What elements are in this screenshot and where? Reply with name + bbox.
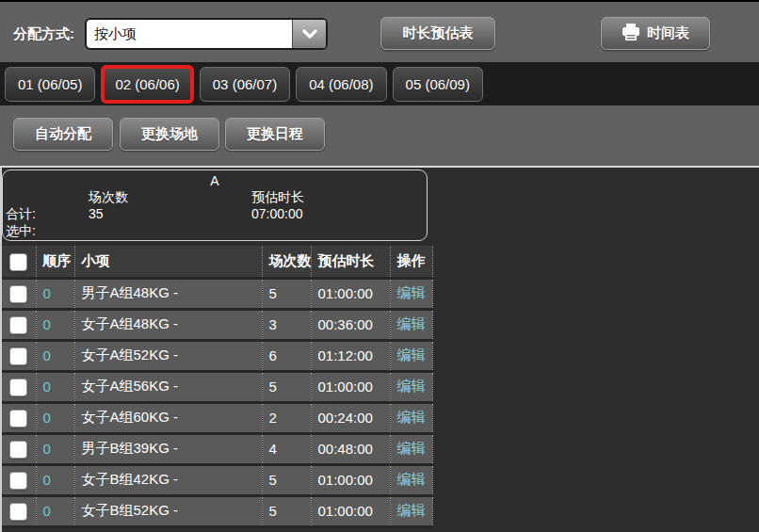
table-row: 0 女子A组52KG - 6 01:12:00 编辑: [2, 340, 432, 371]
row-checkbox[interactable]: [10, 473, 26, 489]
summary-matches-header: 场次数: [89, 188, 251, 205]
cell-item: 女子A组52KG -: [74, 340, 262, 371]
cell-duration: 01:00:00: [311, 495, 390, 526]
cell-order: 0: [36, 278, 74, 309]
app-window: 分配方式: 按小项 时长预估表 时间表 01 (06/05) 02 (0: [0, 0, 759, 532]
timetable-button-label: 时间表: [647, 24, 689, 42]
cell-duration: 01:12:00: [311, 340, 390, 371]
chevron-down-icon[interactable]: [292, 20, 326, 48]
cell-duration: 01:00:00: [311, 278, 390, 309]
summary-total-duration: 07:00:00: [251, 205, 427, 222]
cell-item: 女子B组42KG -: [74, 464, 262, 495]
table-row: 0 女子B组52KG - 5 01:00:00 编辑: [2, 495, 432, 526]
edit-link[interactable]: 编辑: [397, 502, 426, 518]
cell-order: 0: [36, 495, 74, 526]
table-header-row: 顺序 小项 场次数 预估时长 操作: [2, 246, 432, 278]
printer-icon: [622, 24, 640, 44]
content-area: A 场次数 预估时长 合计: 35 07:00:00 选中:: [0, 168, 759, 532]
table-row: 0 女子A组60KG - 2 00:24:00 编辑: [2, 402, 432, 433]
cell-item: 女子A组60KG -: [74, 402, 262, 433]
cell-duration: 00:48:00: [311, 433, 390, 464]
edit-link[interactable]: 编辑: [397, 378, 426, 394]
summary-total-label: 合计:: [6, 205, 89, 222]
events-table: 顺序 小项 场次数 预估时长 操作 0 男子A组48KG - 5 01:00:0…: [2, 246, 433, 528]
table-row: 0 女子B组42KG - 5 01:00:00 编辑: [2, 464, 432, 495]
row-checkbox[interactable]: [10, 286, 26, 302]
cell-duration: 01:00:00: [311, 464, 390, 495]
cell-item: 女子A组56KG -: [74, 371, 262, 402]
row-checkbox[interactable]: [10, 379, 26, 395]
header-matches: 场次数: [262, 246, 311, 278]
tab-01[interactable]: 01 (06/05): [5, 67, 95, 102]
edit-link[interactable]: 编辑: [397, 315, 426, 331]
cell-order: 0: [36, 309, 74, 340]
cell-item: 女子B组52KG -: [74, 495, 262, 526]
allocation-mode-select[interactable]: 按小项: [85, 18, 328, 50]
summary-duration-header: 预估时长: [251, 188, 427, 205]
duration-estimate-button[interactable]: 时长预估表: [380, 17, 495, 50]
cell-item: 女子A组48KG -: [74, 309, 262, 340]
row-checkbox[interactable]: [10, 317, 26, 333]
cell-matches: 6: [262, 340, 311, 371]
table-row: 0 男子B组39KG - 4 00:48:00 编辑: [2, 433, 432, 464]
tab-02[interactable]: 02 (06/06): [101, 65, 193, 104]
venue-name: A: [3, 170, 427, 188]
row-checkbox[interactable]: [10, 504, 26, 520]
timetable-print-button[interactable]: 时间表: [601, 17, 710, 50]
cell-order: 0: [36, 433, 74, 464]
select-all-checkbox[interactable]: [10, 254, 26, 270]
cell-duration: 00:24:00: [311, 402, 390, 433]
header-order: 顺序: [36, 246, 74, 278]
cell-matches: 2: [262, 402, 311, 433]
allocation-mode-label: 分配方式:: [13, 25, 74, 43]
cell-matches: 3: [262, 309, 311, 340]
edit-link[interactable]: 编辑: [397, 440, 426, 456]
tab-03[interactable]: 03 (06/07): [200, 67, 290, 102]
cell-item: 男子B组39KG -: [74, 433, 262, 464]
cell-matches: 5: [262, 495, 311, 526]
allocation-mode-value: 按小项: [87, 25, 292, 43]
table-row: 0 女子A组48KG - 3 00:36:00 编辑: [2, 309, 432, 340]
tab-04[interactable]: 04 (06/08): [296, 67, 386, 102]
cell-duration: 00:36:00: [311, 309, 390, 340]
summary-selected-label: 选中:: [6, 222, 89, 239]
cell-order: 0: [36, 371, 74, 402]
row-checkbox[interactable]: [10, 411, 26, 427]
table-row: 0 男子A组48KG - 5 01:00:00 编辑: [2, 278, 432, 309]
table-row: 0 女子A组56KG - 5 01:00:00 编辑: [2, 371, 432, 402]
venue-summary-panel: A 场次数 预估时长 合计: 35 07:00:00 选中:: [2, 169, 428, 241]
day-tab-bar: 01 (06/05) 02 (06/06) 03 (06/07) 04 (06/…: [0, 62, 759, 105]
row-checkbox[interactable]: [10, 442, 26, 458]
cell-duration: 01:00:00: [311, 371, 390, 402]
edit-link[interactable]: 编辑: [397, 409, 426, 425]
cell-matches: 5: [262, 371, 311, 402]
cell-order: 0: [36, 464, 74, 495]
cell-order: 0: [36, 402, 74, 433]
edit-link[interactable]: 编辑: [397, 284, 426, 300]
header-action: 操作: [390, 246, 432, 278]
tab-05[interactable]: 05 (06/09): [393, 67, 483, 102]
summary-total-matches: 35: [89, 205, 251, 222]
cell-matches: 4: [262, 433, 311, 464]
cell-matches: 5: [262, 464, 311, 495]
cell-item: 男子A组48KG -: [74, 278, 262, 309]
cell-order: 0: [36, 340, 74, 371]
edit-link[interactable]: 编辑: [397, 471, 426, 487]
row-checkbox[interactable]: [10, 348, 26, 364]
change-venue-button[interactable]: 更换场地: [120, 118, 219, 151]
auto-assign-button[interactable]: 自动分配: [13, 118, 113, 151]
edit-link[interactable]: 编辑: [397, 347, 426, 363]
action-bar: 自动分配 更换场地 更换日程: [0, 105, 759, 168]
change-schedule-button[interactable]: 更换日程: [225, 118, 325, 151]
top-toolbar: 分配方式: 按小项 时长预估表 时间表: [0, 0, 759, 62]
cell-matches: 5: [262, 278, 311, 309]
header-item: 小项: [74, 246, 262, 278]
header-duration: 预估时长: [311, 246, 390, 278]
